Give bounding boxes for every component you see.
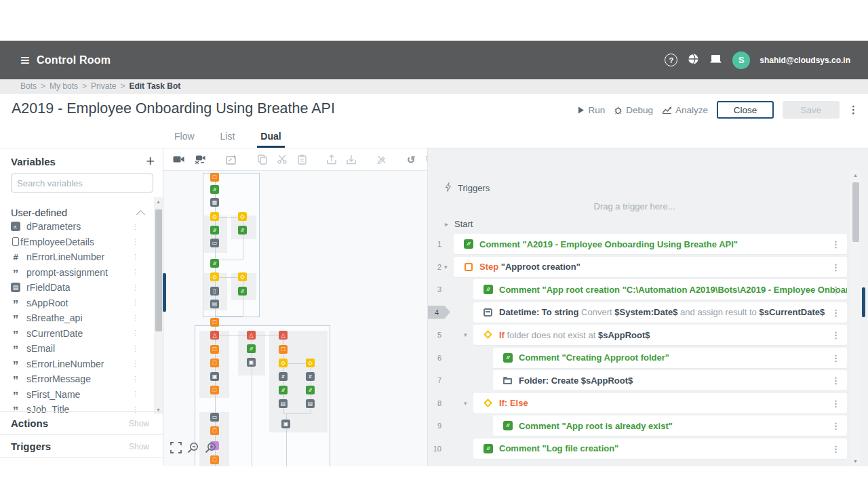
flow-node-message[interactable] — [210, 372, 219, 381]
flow-node-comment[interactable] — [210, 259, 219, 268]
list-row[interactable]: 9Comment "App root is already exist"⋮ — [428, 415, 868, 436]
list-row[interactable]: 8▾If: Else⋮ — [428, 393, 868, 413]
flow-node-folder[interactable] — [210, 239, 219, 247]
help-icon[interactable]: ? — [665, 54, 677, 66]
variable-options-icon[interactable]: ⋮ — [132, 359, 139, 368]
scrollbar-thumb[interactable] — [155, 209, 162, 331]
variable-options-icon[interactable]: ⋮ — [132, 222, 139, 231]
variable-row[interactable]: sAppRoot⋮ — [0, 296, 154, 311]
action-card[interactable]: Comment "App root creation "C:\Automatio… — [473, 279, 847, 300]
disable-icon[interactable] — [376, 155, 387, 164]
variable-row[interactable]: sErrorMessage⋮ — [0, 371, 154, 387]
variable-options-icon[interactable]: ⋮ — [132, 268, 139, 277]
add-variable-button[interactable]: + — [146, 155, 155, 168]
row-options-icon[interactable]: ⋮ — [831, 399, 840, 409]
flow-node-step[interactable] — [210, 359, 219, 367]
flow-node-step[interactable] — [210, 345, 219, 354]
capture-icon[interactable] — [195, 155, 205, 164]
zoom-in-icon[interactable] — [205, 442, 217, 457]
flow-node-step[interactable] — [210, 386, 219, 394]
action-card[interactable]: Comment "A2019 - Employee Onboarding Usi… — [454, 234, 847, 254]
variable-row[interactable]: sFirst_Name⋮ — [0, 387, 154, 403]
variable-row[interactable]: prompt-assignment⋮ — [0, 265, 154, 281]
copy-icon[interactable] — [258, 155, 267, 165]
flow-node-window[interactable] — [210, 413, 219, 422]
scroll-up-icon[interactable]: ▲ — [154, 199, 163, 204]
globe-icon[interactable] — [687, 53, 699, 68]
variable-row[interactable]: dParameters⋮ — [0, 219, 154, 235]
list-row[interactable]: 5▾If folder does not exist at $sAppRoot$… — [428, 325, 868, 345]
hamburger-menu-icon[interactable]: ≡ — [20, 52, 30, 68]
search-variables-input[interactable] — [11, 174, 153, 192]
action-card[interactable]: ▾Step "Approot creation"⋮ — [454, 257, 847, 277]
flow-node-comment[interactable] — [279, 386, 288, 394]
row-options-icon[interactable]: ⋮ — [831, 239, 840, 249]
breadcrumb-item[interactable]: My bots — [50, 81, 78, 91]
variable-options-icon[interactable]: ⋮ — [132, 314, 139, 323]
flow-node-file[interactable] — [210, 287, 219, 296]
list-row[interactable]: 4Datetime: To string Convert $System:Dat… — [428, 302, 868, 323]
flow-node-step[interactable] — [279, 345, 288, 354]
tab-flow[interactable]: Flow — [171, 131, 198, 148]
action-card[interactable]: Comment "App root is already exist"⋮ — [493, 415, 847, 436]
variable-row[interactable]: sCurrentDate⋮ — [0, 326, 154, 342]
more-options-icon[interactable]: ⋮ — [848, 104, 859, 116]
tab-list[interactable]: List — [217, 131, 239, 148]
flow-node-if[interactable] — [210, 272, 219, 281]
user-email[interactable]: shahid@cloudsys.co.in — [760, 56, 850, 65]
flow-node-log[interactable] — [210, 300, 219, 308]
scrollbar-thumb[interactable] — [852, 182, 859, 242]
scroll-down-icon[interactable]: ▼ — [850, 459, 861, 464]
flow-node-if[interactable] — [210, 212, 219, 221]
panel-resize-handle-right[interactable] — [862, 287, 865, 317]
flow-node-log[interactable] — [279, 399, 288, 408]
variable-options-icon[interactable]: ⋮ — [132, 329, 139, 338]
action-card[interactable]: Folder: Create $sAppRoot$⋮ — [493, 370, 847, 390]
triggers-section-row[interactable]: Triggers Show — [0, 434, 163, 458]
variable-options-icon[interactable]: ⋮ — [132, 283, 139, 292]
action-card[interactable]: ▾If folder does not exist at $sAppRoot$⋮ — [473, 325, 847, 345]
row-options-icon[interactable]: ⋮ — [831, 285, 840, 295]
start-row[interactable]: ▸ Start — [445, 219, 473, 229]
variable-options-icon[interactable]: ⋮ — [132, 237, 139, 246]
flow-node-step[interactable] — [210, 426, 219, 435]
run-button[interactable]: Run — [578, 105, 605, 115]
variable-row[interactable]: nErrorLineNumber⋮ — [0, 249, 154, 265]
zoom-out-icon[interactable] — [187, 442, 199, 457]
flow-node-comment[interactable] — [210, 226, 219, 235]
paste-icon[interactable] — [298, 155, 307, 165]
flow-node-error[interactable] — [279, 331, 288, 340]
action-card[interactable]: Comment "Creating Approot folder"⋮ — [493, 348, 847, 368]
flow-node-if[interactable] — [238, 272, 247, 281]
row-options-icon[interactable]: ⋮ — [831, 421, 840, 431]
cut-icon[interactable] — [277, 155, 288, 164]
list-row[interactable]: 10Comment "Log file creation"⋮ — [428, 439, 868, 459]
flow-node-datetime[interactable] — [210, 198, 219, 207]
flow-node-if[interactable] — [306, 359, 315, 367]
flow-node-comment[interactable] — [210, 185, 219, 194]
list-row[interactable]: 3Comment "App root creation "C:\Automati… — [428, 279, 868, 300]
flow-node-comment[interactable] — [247, 344, 256, 353]
device-icon[interactable] — [709, 54, 723, 67]
row-collapse-icon[interactable]: ▾ — [464, 331, 467, 338]
variable-options-icon[interactable]: ⋮ — [132, 375, 139, 384]
flow-diagram[interactable] — [163, 170, 427, 466]
avatar[interactable]: S — [732, 52, 750, 69]
flow-node-comment[interactable] — [306, 386, 315, 394]
row-options-icon[interactable]: ⋮ — [831, 330, 840, 340]
row-collapse-icon[interactable]: ▾ — [464, 400, 467, 407]
variable-row[interactable]: fEmployeeDetails⋮ — [0, 235, 154, 250]
scroll-up-icon[interactable]: ▲ — [850, 173, 861, 178]
variable-row[interactable]: sErrorLineNumber⋮ — [0, 357, 154, 372]
list-row[interactable]: 2▾Step "Approot creation"⋮ — [428, 257, 868, 277]
breadcrumb-item[interactable]: Private — [91, 81, 116, 91]
flow-node-hash[interactable] — [279, 372, 288, 381]
panel-resize-handle-left[interactable] — [163, 273, 166, 312]
actions-show-button[interactable]: Show — [129, 419, 149, 428]
row-options-icon[interactable]: ⋮ — [831, 375, 840, 386]
save-button[interactable]: Save — [783, 101, 840, 119]
row-options-icon[interactable]: ⋮ — [831, 444, 840, 454]
undo-icon[interactable]: ↺ — [407, 155, 416, 165]
row-collapse-icon[interactable]: ▾ — [444, 264, 448, 270]
tab-dual[interactable]: Dual — [257, 131, 284, 148]
